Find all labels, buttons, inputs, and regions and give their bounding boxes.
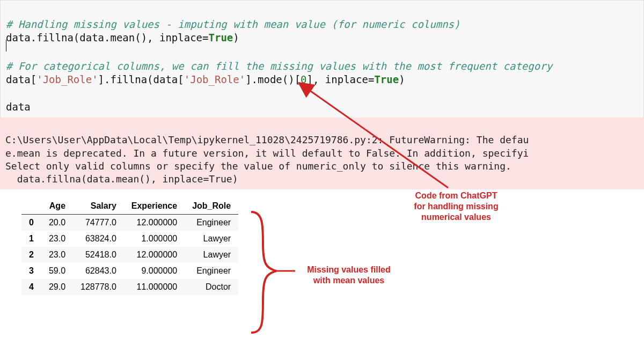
cell-age: 59.0 — [41, 263, 73, 279]
annot-top-l2: for handling missing — [414, 202, 498, 211]
warning-line-2: e.mean is deprecated. In a future versio… — [5, 148, 529, 159]
text-caret — [6, 45, 638, 46]
cell-age: 23.0 — [41, 247, 73, 263]
cell-exp: 12.000000 — [124, 247, 185, 263]
cell-role: Engineer — [185, 263, 238, 279]
code-line-2a: data.fillna(data.mean(), inplace= — [6, 32, 209, 43]
cell-exp: 11.000000 — [124, 279, 185, 295]
annot-mid-l1: Missing values filled — [307, 265, 391, 274]
code-line-5c: ].mode()[ — [245, 74, 301, 85]
warning-line-4: data.fillna(data.mean(), inplace=True) — [5, 173, 238, 185]
col-experience: Experience — [124, 198, 185, 215]
code-comment-2: # For categorical columns, we can fill t… — [6, 60, 552, 72]
table-row: 0 20.0 74777.0 12.000000 Engineer — [21, 214, 238, 231]
cell-exp: 12.000000 — [124, 214, 185, 231]
row-index: 1 — [21, 231, 41, 247]
annotation-code-source: Code from ChatGPT for handling missing n… — [397, 190, 515, 223]
output-table: Age Salary Experience Job_Role 0 20.0 74… — [21, 198, 238, 295]
cell-exp: 9.000000 — [124, 263, 185, 279]
code-line-2-true: True — [209, 32, 233, 43]
code-line-5-true: True — [374, 74, 399, 85]
cell-salary: 62843.0 — [73, 263, 124, 279]
cell-role: Engineer — [185, 214, 238, 231]
cell-salary: 52418.0 — [73, 247, 124, 263]
code-line-5-str2: 'Job_Role' — [184, 74, 245, 85]
col-salary: Salary — [73, 198, 124, 215]
cell-age: 23.0 — [41, 231, 73, 247]
cell-role: Lawyer — [185, 231, 238, 247]
code-line-7: data — [6, 101, 31, 113]
row-index: 2 — [21, 247, 41, 263]
row-index: 0 — [21, 214, 41, 231]
cell-salary: 74777.0 — [73, 214, 124, 231]
table-header-row: Age Salary Experience Job_Role — [21, 198, 238, 215]
warning-output: C:\Users\User\AppData\Local\Temp\ipykern… — [0, 117, 644, 189]
annot-top-l3: numerical values — [421, 212, 491, 222]
col-jobrole: Job_Role — [185, 198, 238, 215]
cell-age: 20.0 — [41, 214, 73, 231]
cell-exp: 1.000000 — [124, 231, 185, 247]
annot-top-l1: Code from ChatGPT — [415, 191, 497, 200]
row-index: 3 — [21, 263, 41, 279]
code-comment-1: # Handling missing values - imputing wit… — [6, 18, 460, 30]
annot-mid-l2: with mean values — [313, 276, 385, 285]
table-row: 2 23.0 52418.0 12.000000 Lawyer — [21, 247, 238, 263]
table-row: 3 59.0 62843.0 9.000000 Engineer — [21, 263, 238, 279]
warning-line-1: C:\Users\User\AppData\Local\Temp\ipykern… — [5, 134, 529, 145]
cell-salary: 128778.0 — [73, 279, 124, 295]
row-index: 4 — [21, 279, 41, 295]
annotation-filled-values: Missing values filled with mean values — [298, 264, 400, 286]
code-line-5-num: 0 — [301, 74, 306, 85]
cell-role: Lawyer — [185, 247, 238, 263]
col-age: Age — [41, 198, 73, 215]
code-line-5b: ].fillna(data[ — [98, 74, 184, 85]
cell-salary: 63824.0 — [73, 231, 124, 247]
cell-age: 29.0 — [41, 279, 73, 295]
code-cell[interactable]: # Handling missing values - imputing wit… — [0, 0, 644, 118]
code-line-5e: ) — [399, 74, 405, 85]
code-line-5d: ], inplace= — [307, 74, 375, 85]
table-row: 1 23.0 63824.0 1.000000 Lawyer — [21, 231, 238, 247]
table-row: 4 29.0 128778.0 11.000000 Doctor — [21, 279, 238, 295]
index-header — [21, 198, 41, 215]
code-line-2b: ) — [233, 32, 239, 43]
code-line-5-str1: 'Job_Role' — [36, 74, 98, 85]
cell-role: Doctor — [185, 279, 238, 295]
warning-line-3: Select only valid columns or specify the… — [5, 160, 511, 172]
code-line-5a: data[ — [6, 74, 36, 85]
